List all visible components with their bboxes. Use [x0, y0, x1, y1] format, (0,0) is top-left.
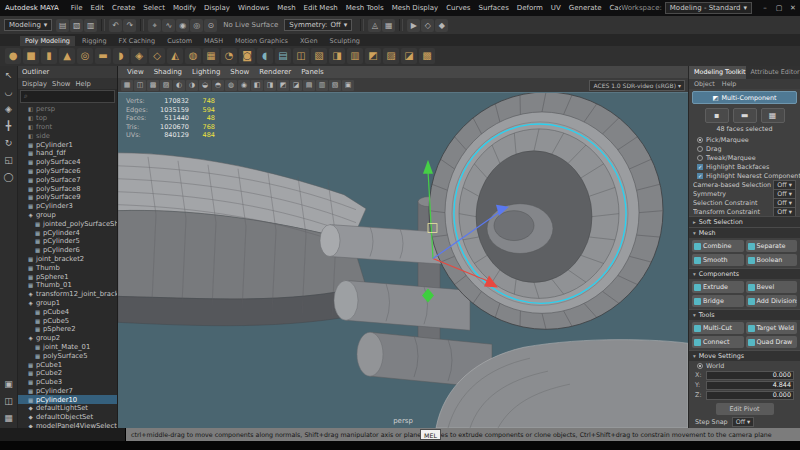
default-material-icon[interactable]: ◪: [290, 80, 302, 91]
outliner-item-pcube1[interactable]: ▦pCube1: [18, 360, 117, 369]
undo-icon[interactable]: ↶: [109, 19, 122, 32]
outliner-item-hand-fdf[interactable]: ▦hand_fdf: [18, 149, 117, 158]
edge-selection-mode-button[interactable]: ▬: [733, 108, 757, 123]
outliner-item-pcylinder7[interactable]: ▦pCylinder7: [18, 387, 117, 396]
outliner-item-polysurface8[interactable]: ▦polySurface8: [18, 184, 117, 193]
outliner-item-group1[interactable]: ◈group1: [18, 299, 117, 308]
panel-menu-renderer[interactable]: Renderer: [254, 68, 296, 76]
workspace-selector[interactable]: Modeling - Standard ▾: [665, 2, 752, 14]
menu-select[interactable]: Select: [139, 4, 169, 12]
menu-mesh-tools[interactable]: Mesh Tools: [342, 4, 388, 12]
snap-to-point-icon[interactable]: ◉: [176, 19, 189, 32]
menu-create[interactable]: Create: [108, 4, 139, 12]
multi-cut-shelf-icon[interactable]: ▤: [275, 48, 291, 64]
outliner-item-pcylinder3[interactable]: ▦pCylinder3: [18, 202, 117, 211]
last-tool-icon[interactable]: ◯: [2, 171, 16, 184]
menu-generate[interactable]: Generate: [565, 4, 606, 12]
menu-edit[interactable]: Edit: [86, 4, 108, 12]
button-connect[interactable]: Connect: [692, 336, 744, 348]
panel-menu-show[interactable]: Show: [225, 68, 254, 76]
menu-surfaces[interactable]: Surfaces: [475, 4, 513, 12]
snap-to-projected-center-icon[interactable]: ◎: [190, 19, 203, 32]
menu-mesh[interactable]: Mesh: [273, 4, 299, 12]
tab-attribute-editor[interactable]: Attribute Editor: [746, 66, 800, 79]
multi-component-button[interactable]: ◩ Multi-Component: [692, 91, 797, 104]
mirror-shelf-icon[interactable]: ▨: [383, 48, 399, 64]
mel-command-input[interactable]: [0, 428, 126, 441]
outliner-item-polysurface6[interactable]: ▦polySurface6: [18, 167, 117, 176]
outliner-item-persp[interactable]: ◧persp: [18, 105, 117, 114]
shelf-tab-mash[interactable]: MASH: [199, 36, 228, 46]
menu-display[interactable]: Display: [200, 4, 234, 12]
menu-deform[interactable]: Deform: [513, 4, 547, 12]
poly-cube-icon[interactable]: ■: [23, 48, 39, 64]
shelf-tab-custom[interactable]: Custom: [162, 36, 197, 46]
poly-helix-icon[interactable]: ◍: [185, 48, 201, 64]
poly-disc-icon[interactable]: ◗: [113, 48, 129, 64]
single-pane-layout-button[interactable]: ▣: [2, 378, 16, 391]
outliner-item-pcylinder10[interactable]: ▦pCylinder10: [18, 395, 117, 404]
outliner-item-defaultlightset[interactable]: ◆defaultLightSet: [18, 404, 117, 413]
outliner-item-joint-mate-01[interactable]: ▦joint_Mate_01: [18, 343, 117, 352]
use-all-lights-icon[interactable]: ◐: [173, 80, 185, 91]
button-extrude[interactable]: Extrude: [692, 281, 744, 293]
panel-menu-shading[interactable]: Shading: [149, 68, 187, 76]
outliner-item-front[interactable]: ◧front: [18, 123, 117, 132]
shelf-tab-poly-modeling[interactable]: Poly Modeling: [20, 36, 75, 46]
toolkit-menu-object[interactable]: Object: [694, 80, 715, 88]
radio-option-pick-marquee[interactable]: Pick/Marquee: [689, 135, 800, 144]
button-quad-draw[interactable]: Quad Draw: [746, 336, 798, 348]
shadows-icon[interactable]: ◑: [186, 80, 198, 91]
bridge-shelf-icon[interactable]: ◫: [293, 48, 309, 64]
perspective-viewport[interactable]: ViewShadingLightingShowRendererPanels ▦◫…: [118, 66, 688, 428]
panel-menu-view[interactable]: View: [122, 68, 149, 76]
wireframe-mode-icon[interactable]: ◫: [134, 80, 146, 91]
shelf-tab-rigging[interactable]: Rigging: [77, 36, 112, 46]
isolate-select-icon[interactable]: ◧: [251, 80, 263, 91]
poly-cone-icon[interactable]: ▲: [59, 48, 75, 64]
outliner-item-pcylinder4[interactable]: ▦pCylinder4: [18, 228, 117, 237]
outliner-menu-display[interactable]: Display: [22, 80, 47, 88]
close-button[interactable]: ✕: [786, 4, 800, 12]
poly-gear-icon[interactable]: ◔: [221, 48, 237, 64]
bevel-shelf-icon[interactable]: ◨: [329, 48, 345, 64]
rotate-tool-icon[interactable]: ↻: [2, 137, 16, 150]
anti-aliasing-icon[interactable]: ◍: [225, 80, 237, 91]
extrude-shelf-icon[interactable]: ▧: [311, 48, 327, 64]
poly-prism-icon[interactable]: ◇: [149, 48, 165, 64]
quad-draw-shelf-icon[interactable]: ◪: [401, 48, 417, 64]
shelf-tab-motion-graphics[interactable]: Motion Graphics: [230, 36, 293, 46]
axis-value-field-z[interactable]: 0.000: [706, 391, 794, 400]
view-transform-indicator[interactable]: ACES 1.0 SDR-video (sRGB) ▾: [589, 80, 685, 91]
dropdown-transform-constraint[interactable]: Off▾: [773, 207, 796, 217]
menu-file[interactable]: File: [67, 4, 87, 12]
vertex-selection-mode-button[interactable]: ▪: [705, 108, 729, 123]
button-bevel[interactable]: Bevel: [746, 281, 798, 293]
radio-option-tweak-marquee[interactable]: Tweak/Marquee: [689, 153, 800, 162]
outliner-item-polysurface4[interactable]: ▦polySurface4: [18, 158, 117, 167]
section-header-soft-selection[interactable]: ▸Soft Selection: [689, 216, 800, 227]
outliner-item-pcylinder1[interactable]: ▦pCylinder1: [18, 140, 117, 149]
x-ray-icon[interactable]: ◨: [264, 80, 276, 91]
menu-cache[interactable]: Cache: [605, 4, 621, 12]
snap-to-view-plane-icon[interactable]: ⊙: [204, 19, 217, 32]
outliner-item-jointed-polysurfaceshape1[interactable]: ▦jointed_polySurfaceShape1: [18, 219, 117, 228]
outliner-item-group2[interactable]: ◈group2: [18, 334, 117, 343]
outliner-item-group[interactable]: ◈group: [18, 211, 117, 220]
poly-sphere-icon[interactable]: ●: [5, 48, 21, 64]
poly-soccer-ball-icon[interactable]: ◙: [239, 48, 255, 64]
button-separate[interactable]: Separate: [746, 240, 798, 252]
render-current-frame-icon[interactable]: ▶: [407, 19, 420, 32]
two-pane-layout-button[interactable]: ◫: [2, 395, 16, 408]
button-bridge[interactable]: Bridge: [692, 295, 744, 307]
radio-option-world[interactable]: World: [689, 361, 800, 370]
shaded-mode-icon[interactable]: ▩: [147, 80, 159, 91]
viewport-canvas[interactable]: Verts:170832748Edges:1035159594Faces:511…: [118, 92, 688, 428]
scale-tool-icon[interactable]: ◱: [2, 154, 16, 167]
redo-icon[interactable]: ↷: [123, 19, 136, 32]
mesh-wrist-cylinder[interactable]: [429, 93, 663, 329]
menu-modify[interactable]: Modify: [169, 4, 200, 12]
outliner-item-pcube2[interactable]: ▦pCube2: [18, 369, 117, 378]
axis-value-field-x[interactable]: 0.000: [706, 371, 794, 380]
shelf-tab-xgen[interactable]: XGen: [295, 36, 323, 46]
